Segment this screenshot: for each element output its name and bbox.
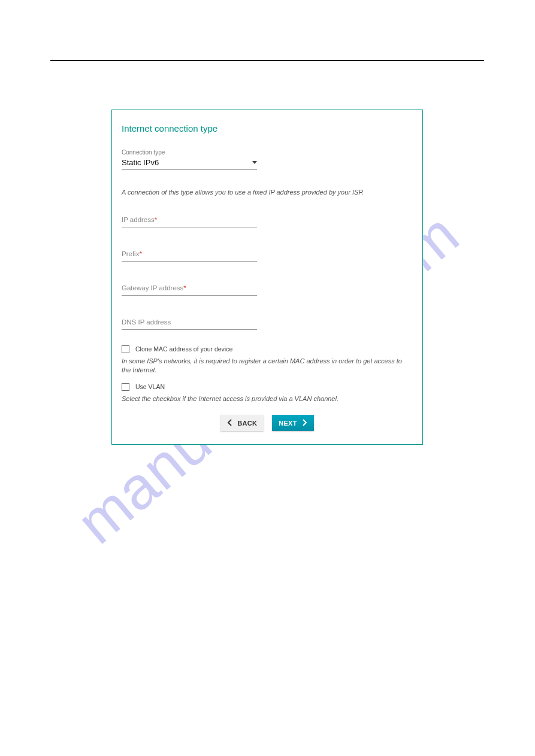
connection-type-label: Connection type [122,149,413,156]
card-title: Internet connection type [122,123,413,133]
prefix-field[interactable]: Prefix* [122,248,257,262]
dns-field[interactable]: DNS IP address [122,316,257,330]
use-vlan-checkbox[interactable] [122,383,129,391]
ip-address-label: IP address* [122,216,157,223]
next-button[interactable]: NEXT [272,415,314,431]
use-vlan-label: Use VLAN [135,383,165,390]
use-vlan-row: Use VLAN [122,383,413,391]
horizontal-rule [50,60,484,61]
dns-label: DNS IP address [122,318,171,326]
clone-mac-checkbox[interactable] [122,345,129,353]
document-page: manualshive.com Internet connection type… [0,0,535,756]
back-button[interactable]: BACK [220,415,264,431]
chevron-down-icon [252,161,257,164]
clone-mac-row: Clone MAC address of your device [122,345,413,353]
chevron-right-icon [302,419,307,427]
gateway-label: Gateway IP address* [122,284,186,292]
use-vlan-hint: Select the checkbox if the Internet acce… [122,394,413,403]
connection-type-card: Internet connection type Connection type… [111,110,423,445]
back-button-label: BACK [237,420,257,427]
button-row: BACK NEXT [122,415,413,431]
connection-description: A connection of this type allows you to … [122,188,413,197]
next-button-label: NEXT [279,420,297,427]
prefix-label: Prefix* [122,250,142,257]
clone-mac-hint: In some ISP's networks, it is required t… [122,357,413,375]
gateway-field[interactable]: Gateway IP address* [122,282,257,296]
ip-address-field[interactable]: IP address* [122,214,257,227]
connection-type-value: Static IPv6 [122,158,159,167]
connection-type-select[interactable]: Static IPv6 [122,157,257,170]
chevron-left-icon [227,419,232,427]
clone-mac-label: Clone MAC address of your device [135,345,232,353]
